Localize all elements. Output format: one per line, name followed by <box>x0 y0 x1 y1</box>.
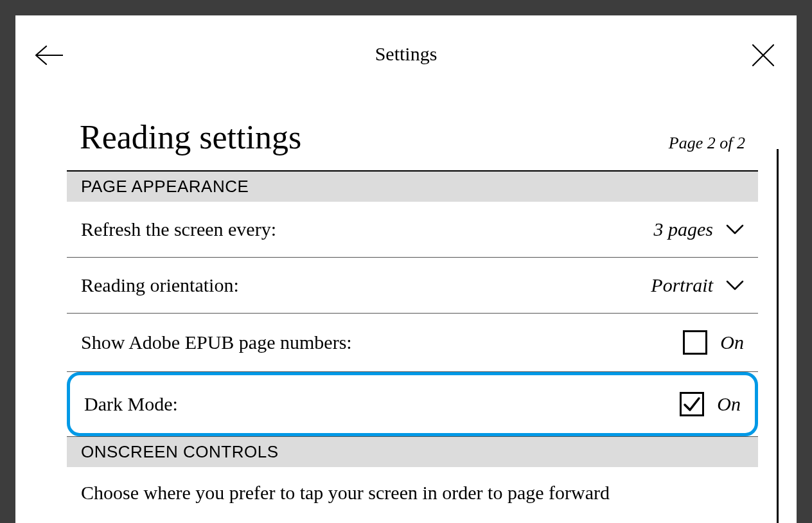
darkmode-value: On <box>680 392 741 416</box>
epub-checkbox[interactable] <box>683 330 707 355</box>
row-orientation[interactable]: Reading orientation: Portrait <box>67 258 758 314</box>
back-button[interactable] <box>33 40 64 71</box>
darkmode-checkbox[interactable] <box>680 392 704 416</box>
epub-state: On <box>720 332 744 353</box>
check-icon <box>683 395 701 413</box>
heading-row: Reading settings Page 2 of 2 <box>67 93 758 170</box>
topbar: Settings <box>15 15 797 93</box>
orientation-value: Portrait <box>651 274 744 296</box>
scrollbar[interactable] <box>777 149 779 523</box>
section-controls: ONSCREEN CONTROLS Choose where you prefe… <box>67 436 758 505</box>
orientation-value-text: Portrait <box>651 274 713 296</box>
arrow-left-icon <box>35 45 63 66</box>
refresh-value-text: 3 pages <box>654 218 714 240</box>
darkmode-state: On <box>717 393 741 415</box>
section-header-appearance: PAGE APPEARANCE <box>67 172 758 202</box>
row-refresh[interactable]: Refresh the screen every: 3 pages <box>67 202 758 258</box>
settings-panel: Settings Reading settings Page 2 of 2 PA… <box>15 15 797 523</box>
close-button[interactable] <box>748 40 779 71</box>
refresh-label: Refresh the screen every: <box>81 218 276 240</box>
close-icon <box>752 44 775 67</box>
section-header-controls: ONSCREEN CONTROLS <box>67 437 758 467</box>
epub-value: On <box>683 330 744 355</box>
content: Reading settings Page 2 of 2 PAGE APPEAR… <box>15 93 797 505</box>
row-darkmode[interactable]: Dark Mode: On <box>70 375 755 433</box>
section-appearance: PAGE APPEARANCE Refresh the screen every… <box>67 170 758 505</box>
darkmode-label: Dark Mode: <box>84 393 178 415</box>
orientation-label: Reading orientation: <box>81 274 239 296</box>
epub-label: Show Adobe EPUB page numbers: <box>81 332 352 353</box>
chevron-down-icon <box>726 224 744 235</box>
chevron-down-icon <box>726 279 744 291</box>
page-indicator: Page 2 of 2 <box>669 134 745 153</box>
row-darkmode-highlight: Dark Mode: On <box>67 372 758 436</box>
controls-description: Choose where you prefer to tap your scre… <box>67 467 758 505</box>
topbar-title: Settings <box>375 43 437 65</box>
row-epub[interactable]: Show Adobe EPUB page numbers: On <box>67 314 758 372</box>
refresh-value: 3 pages <box>654 218 745 240</box>
page-heading: Reading settings <box>80 118 301 156</box>
